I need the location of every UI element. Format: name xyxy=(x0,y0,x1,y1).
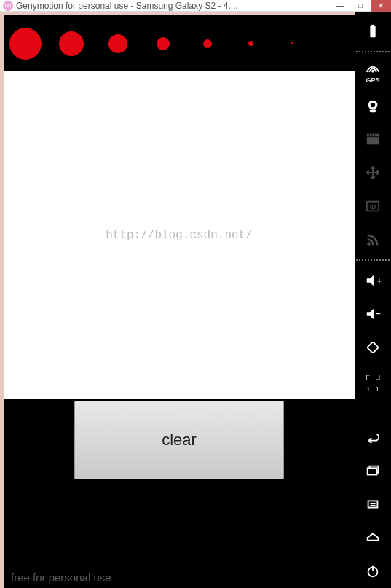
bottom-panel: clear free for personal use xyxy=(4,399,355,588)
window-controls: — □ ✕ xyxy=(330,0,391,12)
svg-rect-18 xyxy=(367,342,379,353)
scale-label: 1 : 1 xyxy=(366,385,379,393)
brush-size-3[interactable] xyxy=(108,34,127,53)
brush-size-6[interactable] xyxy=(248,41,253,46)
titlebar[interactable]: 60 Genymotion for personal use - Samsung… xyxy=(0,0,391,12)
volume-down-icon[interactable]: – xyxy=(355,297,391,331)
gps-icon[interactable]: GPS xyxy=(355,55,391,89)
recent-icon[interactable] xyxy=(355,454,391,487)
watermark-text: http://blog.csdn.net/ xyxy=(106,229,253,242)
svg-text:+: + xyxy=(377,276,382,285)
window-title: Genymotion for personal use - Samsung Ga… xyxy=(16,1,330,11)
rss-icon[interactable] xyxy=(355,223,391,256)
clapper-icon[interactable] xyxy=(355,122,391,156)
footer-label: free for personal use xyxy=(11,571,111,584)
svg-rect-1 xyxy=(371,25,374,27)
device-screen: http://blog.csdn.net/ clear free for per… xyxy=(4,15,355,588)
app-icon: 60 xyxy=(3,1,13,11)
brush-size-bar xyxy=(4,15,355,71)
scale-icon[interactable]: 1 : 1 xyxy=(355,364,391,398)
separator xyxy=(356,51,390,52)
brush-size-4[interactable] xyxy=(157,37,170,50)
svg-marker-14 xyxy=(367,275,374,286)
minimize-button[interactable]: — xyxy=(330,0,350,12)
brush-size-7[interactable] xyxy=(291,42,293,44)
svg-point-13 xyxy=(367,242,371,246)
separator xyxy=(356,259,390,261)
rotate-icon[interactable] xyxy=(355,331,391,364)
brush-size-1[interactable] xyxy=(9,28,42,60)
back-icon[interactable] xyxy=(355,420,391,454)
svg-rect-19 xyxy=(368,468,377,474)
svg-text:ID: ID xyxy=(370,204,376,211)
app-body: http://blog.csdn.net/ clear free for per… xyxy=(0,12,391,588)
id-icon[interactable]: ID xyxy=(355,189,391,223)
menu-icon[interactable] xyxy=(355,487,391,521)
svg-marker-16 xyxy=(367,309,374,320)
volume-up-icon[interactable]: + xyxy=(355,264,391,297)
svg-point-2 xyxy=(371,70,374,73)
brush-size-5[interactable] xyxy=(203,39,212,48)
emulator-sidebar: GPS ID + – xyxy=(355,12,391,588)
svg-text:–: – xyxy=(376,309,381,318)
svg-rect-0 xyxy=(370,26,375,38)
move-icon[interactable] xyxy=(355,156,391,189)
close-button[interactable]: ✕ xyxy=(371,0,391,12)
svg-point-4 xyxy=(371,103,375,107)
svg-rect-5 xyxy=(369,110,376,113)
camera-icon[interactable] xyxy=(355,89,391,122)
maximize-button[interactable]: □ xyxy=(350,0,371,12)
drawing-canvas[interactable]: http://blog.csdn.net/ xyxy=(4,71,355,399)
battery-icon[interactable] xyxy=(355,15,391,48)
svg-rect-6 xyxy=(367,137,379,144)
app-window: 60 Genymotion for personal use - Samsung… xyxy=(0,0,391,588)
brush-size-2[interactable] xyxy=(59,31,84,56)
clear-button[interactable]: clear xyxy=(74,401,284,479)
home-icon[interactable] xyxy=(355,521,391,554)
power-icon[interactable] xyxy=(355,554,391,588)
gps-label: GPS xyxy=(366,77,379,84)
